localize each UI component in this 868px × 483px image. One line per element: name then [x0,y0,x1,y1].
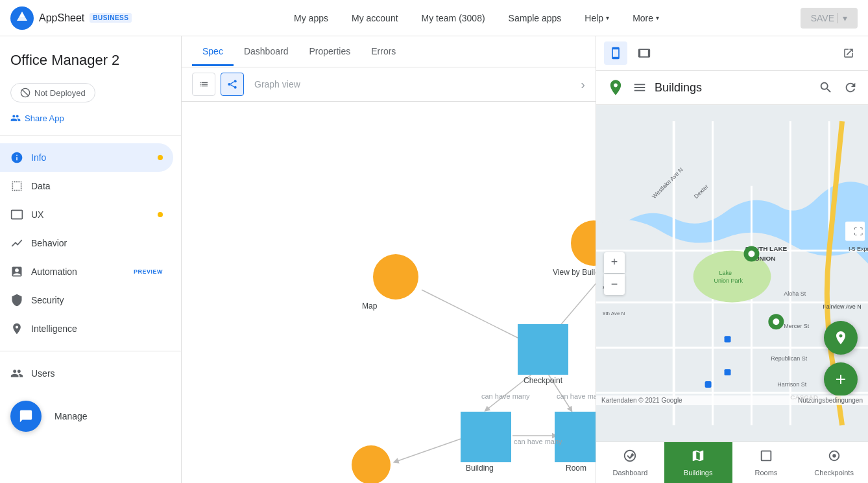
graph-node-map1[interactable] [373,254,418,300]
zoom-in-button[interactable]: + [604,252,625,273]
graph-node-room-label: Room [566,464,586,473]
sidebar-item-info[interactable]: Info [0,143,173,172]
bottom-nav-buildings[interactable]: Buildings [664,442,732,483]
save-button[interactable]: SAVE ▾ [801,8,858,29]
main-layout: Office Manager 2 Not Deployed Share App … [0,36,868,483]
sidebar-status: Not Deployed [0,79,181,106]
graph-view-label: Graph view [254,79,300,89]
zoom-out-button[interactable]: − [604,274,625,295]
graph-node-checkpoint[interactable] [518,324,568,375]
svg-line-2 [22,89,29,97]
header: AppSheet BUSINESS My apps My account My … [0,0,868,36]
sidebar-item-ux-label: UX [31,209,150,220]
rooms-nav-icon [759,449,773,466]
chat-icon [19,409,33,423]
graph-node-building[interactable] [461,412,511,462]
refresh-icon[interactable] [843,80,858,95]
graph-canvas[interactable]: Map View by Building Checkpoint can have… [182,102,596,483]
svg-line-6 [230,82,234,84]
content-area: Spec Dashboard Properties Errors Graph v… [182,36,596,483]
tabs: Spec Dashboard Properties Errors [182,36,596,67]
location-fab-button[interactable] [824,321,858,355]
edge-label-can-have-many-3: can have many [514,438,562,445]
map-container[interactable]: Lake Union Park Westlake Ave N Dexter 8t… [596,105,868,442]
graph-expand-arrow[interactable]: › [581,77,585,92]
bottom-nav-checkpoints-label: Checkpoints [814,469,854,477]
svg-text:Aloha St: Aloha St [784,290,806,297]
preview-app: Buildings [596,71,868,483]
bottom-nav-dashboard[interactable]: Dashboard [596,442,664,483]
mobile-icon [609,47,622,60]
svg-text:Lake: Lake [719,270,732,276]
nav-sample-apps[interactable]: Sample apps [498,8,572,29]
svg-text:9th Ave N: 9th Ave N [603,311,625,316]
sidebar-item-behavior[interactable]: Behavior [0,229,173,257]
sidebar-item-intelligence-label: Intelligence [31,324,163,334]
add-icon [833,371,849,387]
nav-my-team[interactable]: My team (3008) [411,8,496,29]
tab-spec[interactable]: Spec [192,38,234,66]
buildings-nav-icon [691,449,705,466]
graph-view-button[interactable] [221,73,244,96]
svg-point-45 [748,251,754,257]
preview-toolbar [596,36,868,71]
nav-more[interactable]: More ▾ [622,8,669,29]
nav-my-account[interactable]: My account [341,8,409,29]
external-link-icon [843,47,854,59]
main-nav: My apps My account My team (3008) Sample… [152,8,800,29]
manage-fab-button[interactable] [10,401,42,432]
search-icon[interactable] [819,80,833,95]
list-icon [199,79,209,89]
help-chevron-icon: ▾ [606,14,609,21]
map-attribution: Kartendaten © 2021 Google Nutzungsbeding… [596,395,868,405]
list-view-button[interactable] [192,73,215,96]
graph-node-map1-label: Map [362,301,377,311]
sidebar-item-security[interactable]: Security [0,286,173,314]
tab-errors[interactable]: Errors [361,38,406,66]
tab-properties[interactable]: Properties [298,38,361,66]
save-dropdown-icon: ▾ [837,13,847,23]
sidebar-item-info-label: Info [31,152,150,163]
external-link-button[interactable] [837,41,860,65]
graph-toolbar: Graph view › [182,67,596,102]
ux-icon [10,208,23,221]
info-dot-badge [158,155,163,160]
location-pin-icon [833,330,849,346]
tablet-icon [638,47,651,60]
preview-header-icons [819,80,858,95]
svg-point-51 [832,454,836,458]
automation-preview-badge: PREVIEW [134,268,163,275]
sidebar-item-intelligence[interactable]: Intelligence [0,314,173,343]
preview-app-header: Buildings [596,71,868,105]
svg-point-5 [234,86,237,89]
not-deployed-button[interactable]: Not Deployed [10,83,95,102]
svg-line-12 [396,439,461,462]
preview-panel: Buildings [596,36,868,483]
graph-node-viewbybuilding1[interactable] [571,220,596,266]
bottom-nav-rooms-label: Rooms [754,469,777,477]
share-app-button[interactable]: Share App [0,109,181,127]
logo[interactable]: AppSheet BUSINESS [10,6,132,30]
sidebar-item-data[interactable]: Data [0,172,173,200]
sidebar-item-users[interactable]: Users [0,359,173,388]
sidebar-item-automation[interactable]: Automation PREVIEW [0,257,173,286]
graph-node-room[interactable] [555,412,596,462]
nav-help[interactable]: Help ▾ [574,8,620,29]
graph-node-map2[interactable] [352,445,391,483]
svg-text:Mercer St: Mercer St [784,323,809,329]
bottom-nav-rooms[interactable]: Rooms [732,442,801,483]
appsheet-logo-icon [10,6,34,30]
mobile-view-button[interactable] [604,41,627,65]
svg-text:⛶: ⛶ [854,226,863,237]
tablet-view-button[interactable] [633,41,656,65]
svg-rect-42 [725,369,731,375]
bottom-nav-checkpoints[interactable]: Checkpoints [800,442,868,483]
sidebar-item-ux[interactable]: UX [0,200,173,229]
nav-my-apps[interactable]: My apps [283,8,339,29]
graph-content: Graph view › [182,67,596,483]
data-icon [10,180,23,193]
add-fab-button[interactable] [824,362,858,396]
more-chevron-icon: ▾ [656,14,659,21]
header-actions: SAVE ▾ [801,8,858,29]
tab-dashboard[interactable]: Dashboard [234,38,299,66]
